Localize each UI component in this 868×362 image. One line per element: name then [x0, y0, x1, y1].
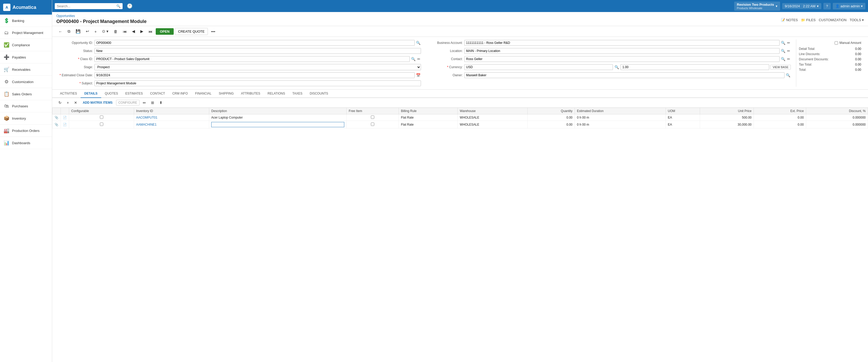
tab-relations[interactable]: RELATIONS — [264, 90, 289, 98]
owner-input[interactable] — [464, 72, 784, 78]
files-button[interactable]: 📁 FILES — [801, 18, 815, 22]
tab-shipping[interactable]: SHIPPING — [215, 90, 237, 98]
sidebar-item-inventory[interactable]: 📦 Inventory — [0, 112, 52, 124]
sidebar-item-purchases[interactable]: 🛍 Purchases — [0, 100, 52, 112]
customization-button[interactable]: CUSTOMIZATION — [819, 18, 846, 22]
company-selector[interactable]: Revision Two Products Products Wholesale… — [734, 2, 780, 11]
location-edit-icon[interactable]: ✏ — [786, 48, 791, 54]
sidebar-item-compliance[interactable]: ✅ Compliance — [0, 39, 52, 51]
business-account-search-icon[interactable]: 🔍 — [780, 40, 786, 46]
back-btn[interactable]: ← — [56, 28, 64, 35]
manual-amount-checkbox[interactable] — [835, 41, 838, 45]
row-description-1[interactable] — [209, 121, 347, 129]
view-base-button[interactable]: VIEW BASE — [770, 65, 791, 69]
sidebar-item-production-orders[interactable]: 🏭 Production Orders — [0, 124, 52, 137]
export-btn[interactable]: ⬆ — [157, 100, 164, 106]
details-refresh-btn[interactable]: ↻ — [56, 100, 64, 106]
sidebar-item-dashboards[interactable]: 📊 Dashboards — [0, 137, 52, 149]
tab-details[interactable]: DETAILS — [81, 90, 101, 98]
details-grid: Configurable Inventory ID Description Fr… — [52, 108, 868, 129]
tab-quotes[interactable]: QUOTES — [101, 90, 122, 98]
search-input[interactable] — [57, 4, 115, 8]
row-inventory-id-1[interactable]: AAMACHINE1 — [134, 121, 209, 129]
class-id-search-icon[interactable]: 🔍 — [410, 56, 416, 62]
last-btn[interactable]: ⏭ — [147, 28, 155, 35]
tab-discounts[interactable]: DISCOUNTS — [306, 90, 332, 98]
more-btn[interactable]: ••• — [209, 28, 217, 35]
tab-taxes[interactable]: TAXES — [289, 90, 306, 98]
opportunity-id-search-icon[interactable]: 🔍 — [415, 40, 421, 46]
fit-columns-btn[interactable]: ⇔ — [141, 100, 148, 106]
row-configurable-0[interactable] — [69, 114, 134, 121]
tab-contact[interactable]: CONTACT — [147, 90, 169, 98]
history-btn[interactable]: 🕐 — [125, 2, 134, 10]
contact-edit-icon[interactable]: ✏ — [786, 56, 791, 62]
configure-button[interactable]: CONFIGURE — [116, 100, 140, 106]
row-description-0[interactable]: Acer Laptop Computer — [209, 114, 347, 121]
prev-btn[interactable]: ◀ — [130, 28, 137, 35]
opportunity-id-input[interactable] — [94, 40, 415, 46]
contact-input[interactable] — [464, 56, 780, 62]
user-button[interactable]: 👤 admin admin ▾ — [833, 3, 865, 9]
tab-financial[interactable]: FINANCIAL — [191, 90, 215, 98]
tab-attributes[interactable]: ATTRIBUTES — [237, 90, 264, 98]
undo-btn[interactable]: ↩ — [84, 28, 91, 35]
row-free-item-1[interactable] — [347, 121, 399, 129]
sidebar-item-sales-orders[interactable]: 📋 Sales Orders — [0, 88, 52, 100]
tools-button[interactable]: TOOLS ▾ — [850, 18, 864, 22]
delete-btn[interactable]: 🗑 — [112, 28, 120, 35]
row-warehouse-0: WHOLESALE — [458, 114, 528, 121]
row-inventory-id-0[interactable]: AACOMPUT01 — [134, 114, 209, 121]
stage-select[interactable]: Prospect — [94, 64, 421, 70]
actions-btn[interactable]: ⊙ ▾ — [100, 28, 111, 35]
owner-search-icon[interactable]: 🔍 — [785, 73, 791, 78]
business-account-row: Business Account: 🔍 ✏ — [426, 39, 791, 46]
open-button[interactable]: OPEN — [156, 28, 174, 35]
search-box[interactable]: 🔍 — [55, 3, 123, 9]
datetime-selector[interactable]: 9/16/2024 2:22 AM ▾ — [782, 3, 822, 9]
business-account-edit-icon[interactable]: ✏ — [786, 40, 791, 46]
currency-input[interactable] — [464, 64, 613, 70]
estimated-close-date-input[interactable] — [94, 72, 415, 78]
toggle-columns-btn[interactable]: ⊞ — [149, 100, 156, 106]
sidebar-item-project-management[interactable]: 🗂 Project Management — [0, 27, 52, 39]
details-add-btn[interactable]: + — [65, 100, 71, 106]
location-search-icon[interactable]: 🔍 — [780, 48, 786, 54]
files-label: FILES — [806, 18, 815, 22]
details-delete-btn[interactable]: ✕ — [72, 100, 79, 106]
app-logo[interactable]: A Acumatica — [0, 0, 52, 15]
create-quote-button[interactable]: CREATE QUOTE — [175, 28, 208, 35]
subject-input[interactable] — [94, 80, 421, 86]
sidebar-item-customization[interactable]: ⚙ Customization — [0, 76, 52, 88]
currency-rate-input[interactable] — [620, 64, 769, 70]
copy-btn[interactable]: ⧉ — [65, 28, 72, 35]
opportunity-id-label: Opportunity ID: — [56, 41, 93, 45]
add-matrix-button[interactable]: ADD MATRIX ITEMS — [80, 100, 115, 106]
help-button[interactable]: ? — [824, 3, 831, 9]
receivables-nav-icon: 🛒 — [4, 66, 9, 72]
tab-activities[interactable]: ACTIVITIES — [56, 90, 81, 98]
first-btn[interactable]: ⏮ — [121, 28, 129, 35]
tab-crm-info[interactable]: CRM INFO — [169, 90, 191, 98]
sidebar-item-banking[interactable]: 💲 Banking — [0, 15, 52, 27]
location-input[interactable] — [464, 48, 780, 54]
status-input[interactable] — [94, 48, 421, 54]
contact-search-icon[interactable]: 🔍 — [780, 56, 786, 62]
class-id-edit-icon[interactable]: ✏ — [417, 56, 421, 62]
next-btn[interactable]: ▶ — [138, 28, 146, 35]
save-btn[interactable]: 💾 — [73, 28, 83, 35]
breadcrumb[interactable]: Opportunities — [56, 14, 147, 18]
notes-button[interactable]: 📝 NOTES — [781, 18, 798, 22]
sidebar-item-payables[interactable]: ➕ Payables — [0, 51, 52, 63]
row-icon1-1: 📎 — [53, 121, 61, 129]
row-free-item-0[interactable] — [347, 114, 399, 121]
tab-estimates[interactable]: ESTIMATES — [122, 90, 146, 98]
row-configurable-1[interactable] — [69, 121, 134, 129]
add-btn[interactable]: + — [92, 28, 99, 35]
class-id-input[interactable] — [94, 56, 410, 62]
business-account-input[interactable] — [464, 40, 780, 46]
currency-search-icon[interactable]: 🔍 — [614, 64, 619, 70]
calendar-icon[interactable]: 📅 — [415, 73, 421, 78]
sidebar-item-receivables[interactable]: 🛒 Receivables — [0, 63, 52, 76]
subject-row: Subject: — [56, 80, 421, 87]
